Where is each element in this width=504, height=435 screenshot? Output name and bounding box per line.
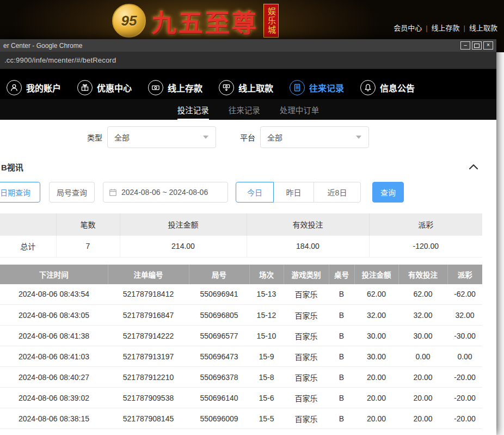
summary-header-payout: 派彩 <box>369 213 482 235</box>
session-cell: 15-8 <box>249 367 284 388</box>
nav-item-deposit[interactable]: 线上存款 <box>148 80 202 95</box>
total-payout: -120.00 <box>369 235 482 257</box>
link-member-center[interactable]: 会员中心 <box>394 24 422 32</box>
nav-strip: 我的账户 优惠中心 线上存款 <box>0 69 496 99</box>
main-navbar: 我的账户 优惠中心 线上存款 <box>0 76 496 99</box>
bet-amount-cell[interactable]: 62.00 <box>354 284 398 305</box>
game-type-cell: 百家乐 <box>284 305 329 326</box>
summary-header-row: 笔数 投注金额 有效投注 派彩 <box>0 213 482 235</box>
header-valid-bet: 有效投注 <box>398 265 447 284</box>
game-type-cell: 百家乐 <box>284 408 329 429</box>
bet-time-cell: 2024-08-06 08:41:38 <box>0 326 108 346</box>
order-no-cell: 521787909538 <box>108 388 189 408</box>
round-no-cell: 550696941 <box>189 284 249 305</box>
date-query-button[interactable]: 日期查询 <box>0 182 40 203</box>
nav-item-announcements[interactable]: 信息公告 <box>360 80 415 95</box>
header-bet-time: 下注时间 <box>0 265 108 284</box>
tab-transaction-records[interactable]: 往来记录 <box>229 99 260 120</box>
nav-item-label: 优惠中心 <box>97 81 132 94</box>
summary-header-valid-bet: 有效投注 <box>247 213 369 235</box>
bet-amount-cell[interactable]: 20.00 <box>354 408 398 429</box>
nav-item-promotions[interactable]: 优惠中心 <box>77 80 132 95</box>
payout-cell: -20.00 <box>447 408 482 429</box>
search-button[interactable]: 查询 <box>372 182 404 203</box>
filter-row: 类型 全部 平台 全部 <box>87 126 496 148</box>
minimize-icon[interactable]: – <box>460 41 470 50</box>
chevron-up-icon <box>469 164 478 170</box>
order-no-cell: 521787914222 <box>108 326 189 346</box>
round-no-cell: 550696805 <box>189 305 249 326</box>
platform-filter-label: 平台 <box>240 132 255 143</box>
yesterday-button[interactable]: 昨日 <box>273 182 314 203</box>
table-row: 2024-08-06 08:41:38521787914222550696577… <box>0 326 482 346</box>
site-logo-title: 九五至尊 <box>151 3 258 39</box>
link-online-withdraw[interactable]: 线上取款 <box>469 24 497 32</box>
bet-records-table: 下注时间 注单编号 局号 场次 游戏类别 桌号 投注金额 有效投注 派彩 202… <box>0 265 482 430</box>
section-title: B视讯 <box>1 161 23 173</box>
nav-item-withdraw[interactable]: 线上取款 <box>219 80 273 95</box>
round-query-button[interactable]: 局号查询 <box>49 182 95 203</box>
payout-cell: -62.00 <box>447 284 482 305</box>
session-cell: 15-5 <box>249 408 284 429</box>
table-row: 2024-08-06 08:40:27521787912210550696378… <box>0 367 482 388</box>
user-icon <box>7 80 22 95</box>
calendar-icon <box>109 188 117 197</box>
quick-date-group: 今日 昨日 近8日 <box>236 182 361 203</box>
order-no-cell: 521787918412 <box>108 284 189 305</box>
date-range-input[interactable]: 2024-08-06 ~ 2024-08-06 <box>103 182 228 203</box>
bet-time-cell: 2024-08-06 08:41:03 <box>0 346 108 367</box>
type-filter-label: 类型 <box>87 132 102 143</box>
site-top-links: 会员中心|线上存款|线上取款 <box>394 22 497 33</box>
bet-amount-cell[interactable]: 32.00 <box>354 305 398 326</box>
type-select[interactable]: 全部 <box>107 126 216 148</box>
collapse-section-button[interactable] <box>467 161 480 172</box>
header-session: 场次 <box>249 265 284 284</box>
table-row: 2024-08-06 08:39:02521787909538550696140… <box>0 388 482 408</box>
bet-amount-cell[interactable]: 30.00 <box>354 326 398 346</box>
last-8-days-button[interactable]: 近8日 <box>314 182 361 203</box>
total-bet-amount: 214.00 <box>120 235 247 257</box>
valid-bet-cell: 20.00 <box>398 388 447 408</box>
table-no-cell: B <box>329 408 354 429</box>
table-no-cell: B <box>329 367 354 388</box>
nav-item-my-account[interactable]: 我的账户 <box>7 80 61 95</box>
nav-item-label: 我的账户 <box>26 81 61 94</box>
order-no-cell: 521787908145 <box>108 408 189 429</box>
maximize-icon[interactable] <box>472 41 482 50</box>
nav-item-label: 线上取款 <box>238 81 273 94</box>
tab-pending-orders[interactable]: 处理中订单 <box>280 99 319 120</box>
table-row: 2024-08-06 08:43:54521787918412550696941… <box>0 284 482 305</box>
address-bar[interactable]: .cc:9900/infe/mcenter/#/betRecord <box>0 52 496 69</box>
game-type-cell: 百家乐 <box>284 388 329 408</box>
date-range-value: 2024-08-06 ~ 2024-08-06 <box>121 188 208 197</box>
bet-table-header-row: 下注时间 注单编号 局号 场次 游戏类别 桌号 投注金额 有效投注 派彩 <box>0 265 482 284</box>
bet-time-cell: 2024-08-06 08:43:54 <box>0 284 108 305</box>
bet-time-cell: 2024-08-06 08:40:27 <box>0 367 108 388</box>
header-payout: 派彩 <box>447 265 482 284</box>
bet-amount-cell[interactable]: 20.00 <box>354 367 398 388</box>
round-no-cell: 550696378 <box>189 367 249 388</box>
close-icon[interactable]: × <box>483 41 493 50</box>
round-no-cell: 550696140 <box>189 388 249 408</box>
bet-amount-cell[interactable]: 30.00 <box>354 346 398 367</box>
platform-select[interactable]: 全部 <box>260 126 369 148</box>
session-cell: 15-13 <box>249 284 284 305</box>
session-cell: 15-10 <box>249 326 284 346</box>
nav-item-transaction-records[interactable]: 往来记录 <box>290 80 344 95</box>
payout-cell: -20.00 <box>447 367 482 388</box>
bet-amount-cell[interactable]: 20.00 <box>354 388 398 408</box>
payout-cell: 32.00 <box>447 305 482 326</box>
header-table-no: 桌号 <box>329 265 354 284</box>
coin-icon: 95 <box>112 4 146 38</box>
header-bet-amount: 投注金额 <box>354 265 398 284</box>
valid-bet-cell: 32.00 <box>398 305 447 326</box>
payout-cell: -20.00 <box>447 388 482 408</box>
table-row: 2024-08-06 08:38:15521787908145550696009… <box>0 408 482 429</box>
tab-bet-records[interactable]: 投注记录 <box>177 99 209 120</box>
round-no-cell: 550696577 <box>189 326 249 346</box>
today-button[interactable]: 今日 <box>236 182 274 203</box>
game-type-cell: 百家乐 <box>284 284 329 305</box>
total-count: 7 <box>56 235 120 257</box>
session-cell: 15-9 <box>249 346 284 367</box>
link-online-deposit[interactable]: 线上存款 <box>432 24 460 32</box>
